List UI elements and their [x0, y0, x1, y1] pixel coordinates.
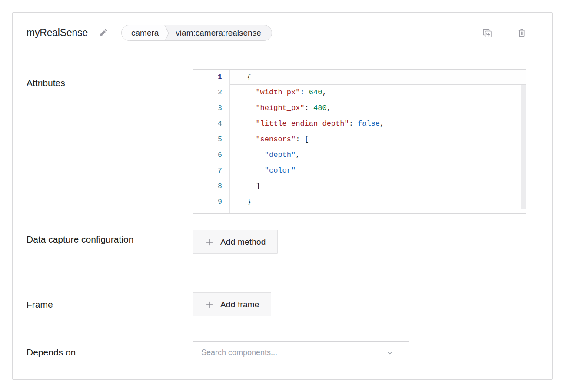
- add-method-button[interactable]: Add method: [193, 230, 278, 254]
- indent-guide: [257, 148, 257, 179]
- frame-row: Frame Add frame: [27, 292, 538, 316]
- line-number: 1: [193, 70, 229, 85]
- data-capture-label: Data capture configuration: [27, 230, 193, 254]
- add-method-label: Add method: [220, 237, 266, 247]
- duplicate-icon: [482, 27, 493, 39]
- add-frame-label: Add frame: [220, 300, 259, 309]
- attributes-row: Attributes 123456789 { "width_px": 640, …: [27, 69, 538, 214]
- depends-on-label: Depends on: [27, 341, 193, 364]
- indent-guide: [248, 85, 248, 195]
- frame-label: Frame: [27, 292, 193, 316]
- attributes-json-editor[interactable]: 123456789 { "width_px": 640, "height_px"…: [193, 69, 526, 214]
- badge-type: camera: [122, 25, 163, 40]
- line-number: 8: [193, 179, 229, 194]
- component-type-badge: camera viam:camera:realsense: [121, 25, 272, 41]
- badge-model: viam:camera:realsense: [170, 25, 271, 40]
- header-actions: [481, 27, 539, 40]
- code-line[interactable]: "width_px": 640,: [230, 85, 526, 100]
- depends-on-row: Depends on: [27, 341, 538, 364]
- line-number: 3: [193, 100, 229, 116]
- component-body: Attributes 123456789 { "width_px": 640, …: [13, 53, 552, 364]
- code-line[interactable]: "sensors": [: [230, 132, 526, 147]
- code-line[interactable]: {: [230, 70, 526, 85]
- trash-icon: [516, 27, 527, 38]
- rename-button[interactable]: [97, 27, 109, 39]
- code-line[interactable]: "little_endian_depth": false,: [230, 116, 526, 132]
- editor-scrollbar[interactable]: [521, 85, 526, 209]
- line-number: 9: [193, 194, 229, 210]
- component-header: myRealSense camera viam:camera:realsense: [13, 13, 552, 53]
- code-lines[interactable]: { "width_px": 640, "height_px": 480, "li…: [230, 70, 526, 213]
- code-line[interactable]: }: [230, 194, 526, 210]
- delete-button[interactable]: [515, 27, 528, 39]
- duplicate-button[interactable]: [481, 27, 494, 40]
- add-frame-button[interactable]: Add frame: [193, 292, 271, 316]
- chevron-right-icon: [163, 25, 170, 40]
- line-number: 4: [193, 116, 229, 132]
- gutter-numbers: 123456789: [193, 70, 230, 213]
- depends-on-select[interactable]: [193, 341, 409, 364]
- line-number: 6: [193, 147, 229, 163]
- line-number: 5: [193, 132, 229, 147]
- data-capture-row: Data capture configuration Add method: [27, 230, 538, 254]
- pencil-icon: [98, 28, 108, 38]
- attributes-label: Attributes: [27, 69, 193, 214]
- chevron-down-icon[interactable]: [386, 349, 401, 356]
- plus-icon: [205, 300, 214, 309]
- code-line[interactable]: ]: [230, 179, 526, 194]
- code-line[interactable]: "depth",: [230, 147, 526, 163]
- component-card: myRealSense camera viam:camera:realsense: [12, 12, 553, 380]
- code-line[interactable]: "color": [230, 163, 526, 179]
- component-name: myRealSense: [27, 27, 88, 39]
- line-number: 7: [193, 163, 229, 179]
- plus-icon: [205, 238, 214, 246]
- code-line[interactable]: "height_px": 480,: [230, 100, 526, 116]
- search-components-input[interactable]: [201, 348, 386, 357]
- line-number: 2: [193, 85, 229, 100]
